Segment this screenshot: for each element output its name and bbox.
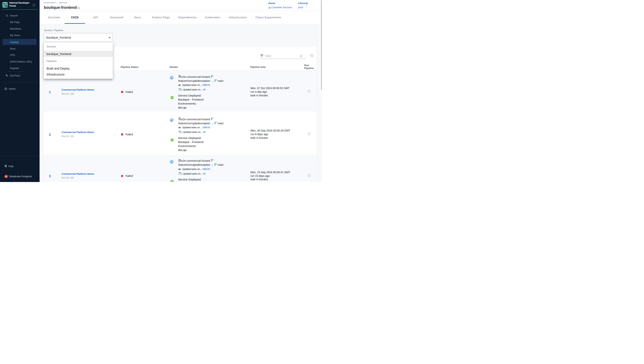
svg-text:?: ? [5,165,6,166]
